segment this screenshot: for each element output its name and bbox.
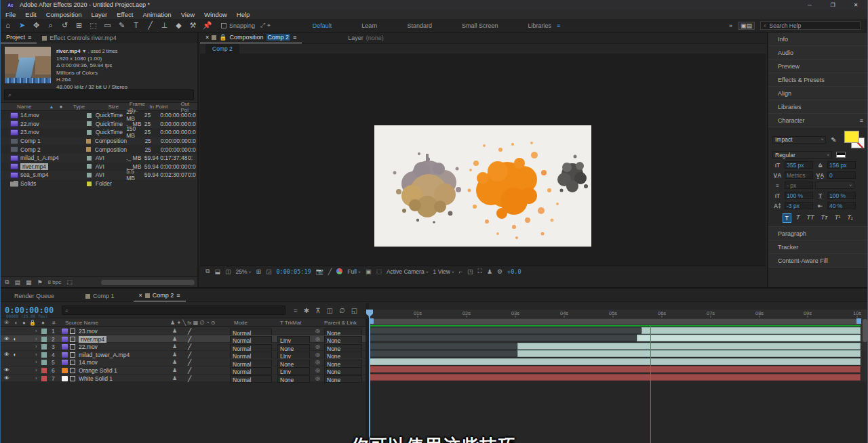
label-color[interactable] xyxy=(41,376,47,381)
pickwhip-icon[interactable]: ◎ xyxy=(315,375,320,381)
eye-icon[interactable]: 👁 xyxy=(4,336,9,342)
project-row[interactable]: › 23.mov QuickTime 150 MB 25 0:00:00:00 … xyxy=(1,128,197,137)
marker-line[interactable] xyxy=(650,325,651,443)
window-control-button[interactable]: ─ xyxy=(798,0,821,9)
label-color[interactable] xyxy=(87,130,92,135)
label-color[interactable] xyxy=(87,173,92,177)
new-folder-icon[interactable]: ▤ xyxy=(14,279,20,286)
timeline-button-icon[interactable]: ⛶ xyxy=(478,268,482,275)
faux-style-button[interactable]: T₁ xyxy=(845,213,854,223)
layer-name[interactable]: milad_tower_A.mp4 xyxy=(79,352,130,358)
composition-mini-flow-icon[interactable]: ≈ xyxy=(294,307,298,314)
layer-name[interactable]: river.mp4 xyxy=(79,336,106,343)
lock-icon[interactable]: 🔒 xyxy=(219,34,226,41)
label-color[interactable] xyxy=(41,344,47,350)
pickwhip-icon[interactable]: ◎ xyxy=(315,352,320,358)
tool-button[interactable]: ⚒ xyxy=(186,21,200,30)
layer-bar-row[interactable] xyxy=(369,350,868,358)
stroke-width-value[interactable]: - px xyxy=(785,182,813,189)
footage-thumbnail[interactable] xyxy=(5,47,51,83)
shy-switch[interactable]: ♟ xyxy=(172,343,177,350)
label-color[interactable] xyxy=(87,164,92,169)
eyedropper-icon[interactable]: ✎ xyxy=(831,136,836,144)
interpret-footage-icon[interactable]: ⧉ xyxy=(5,278,9,286)
frame-blending-icon[interactable]: ◫ xyxy=(326,307,332,314)
faux-style-button[interactable]: T¹ xyxy=(833,213,843,223)
baseline-shift-value[interactable]: -3 px xyxy=(785,202,813,209)
project-search-input[interactable]: ⌕ xyxy=(4,89,194,100)
tool-button[interactable]: ⌕ xyxy=(43,21,58,30)
tab-project[interactable]: Project≡ xyxy=(1,34,37,43)
pixel-aspect-icon[interactable]: ⌐ xyxy=(459,268,462,275)
expander-icon[interactable]: › xyxy=(35,343,37,350)
expander-icon[interactable]: › xyxy=(35,328,37,334)
menu-item[interactable]: Help xyxy=(232,11,255,18)
grid-guides-icon[interactable]: ⊞ xyxy=(256,268,261,275)
menu-item[interactable]: View xyxy=(176,11,199,18)
shy-switch[interactable]: ♟ xyxy=(172,336,177,342)
tool-button[interactable]: 📌 xyxy=(200,21,214,30)
faux-style-button[interactable]: T xyxy=(794,213,802,223)
tool-button[interactable]: ✥ xyxy=(29,21,43,30)
composition-canvas[interactable] xyxy=(374,125,591,247)
sidebar-panel[interactable]: Content-Aware Fill xyxy=(768,254,868,268)
layer-bar-row[interactable] xyxy=(369,358,868,366)
tool-button[interactable]: ▭ xyxy=(100,21,115,30)
search-help-input[interactable]: ⌕ Search Help xyxy=(760,21,861,30)
mini-flowchart-icon[interactable]: ◫ xyxy=(225,268,231,275)
view-layout-dropdown[interactable]: 1 View ˅ xyxy=(433,268,454,275)
layer-bar-row[interactable] xyxy=(369,342,868,350)
kerning-value[interactable]: Metrics xyxy=(785,171,813,179)
time-ruler[interactable]: 0s01s02s03s04s05s06s07s08s09s10s xyxy=(369,310,868,318)
layer-bar-row[interactable] xyxy=(369,366,868,374)
menu-item[interactable]: File xyxy=(1,11,20,18)
menu-item[interactable]: Effect xyxy=(112,11,138,18)
timeline-search-input[interactable]: ⌕ xyxy=(62,305,285,315)
transparency-grid-icon[interactable]: ⬚ xyxy=(376,268,382,275)
project-row[interactable]: › milad_t_A.mp4 AVI ._ MB 59.94 0:17:37:… xyxy=(1,154,197,163)
vertical-scale-value[interactable]: 100 % xyxy=(785,192,813,199)
project-row[interactable]: › 22.mov QuickTime ._ MB 25 0:00:00:00 0… xyxy=(1,120,197,129)
layer-row[interactable]: 👁 ◖ › 5 14.mov ♟ ╱ Normal˅ None˅ ◎ None˅ xyxy=(1,358,366,366)
sidebar-panel[interactable]: Tracker xyxy=(768,240,868,254)
faux-style-button[interactable]: T xyxy=(783,213,792,223)
sidebar-panel[interactable]: Paragraph xyxy=(768,227,868,240)
tool-button[interactable]: ✎ xyxy=(115,21,129,30)
font-size-value[interactable]: 355 px xyxy=(785,161,813,169)
quality-switch[interactable]: ╱ xyxy=(188,375,191,382)
label-color[interactable] xyxy=(41,352,47,358)
quality-switch[interactable]: ╱ xyxy=(188,336,191,343)
tool-button[interactable]: T xyxy=(129,21,143,30)
faux-style-button[interactable]: TT xyxy=(805,213,816,223)
tracking-value[interactable]: 0 xyxy=(827,171,856,179)
layer-bar-row[interactable] xyxy=(369,326,868,335)
layer-name[interactable]: Orange Solid 1 xyxy=(79,367,117,374)
tool-button[interactable]: ↺ xyxy=(58,21,72,30)
project-row[interactable]: › Comp 1 Composition 25 0:00:00:00 0:0 xyxy=(1,137,197,146)
tool-button[interactable]: ➤ xyxy=(15,21,29,30)
tool-button[interactable]: ⬚ xyxy=(86,21,100,30)
workspace-item[interactable]: Learn xyxy=(361,22,377,29)
layer-name[interactable]: 14.mov xyxy=(79,359,98,366)
project-hscrollbar[interactable] xyxy=(101,280,195,285)
show-channels-icon[interactable] xyxy=(336,268,342,274)
pickwhip-icon[interactable]: ◎ xyxy=(315,367,320,373)
audio-icon[interactable]: ◖ xyxy=(13,336,16,342)
workspace-item[interactable]: Default xyxy=(313,22,332,29)
label-color[interactable] xyxy=(41,360,47,365)
delete-icon[interactable]: ⬚ xyxy=(66,279,73,286)
tab-comp1[interactable]: Comp 1 xyxy=(80,293,120,301)
panel-menu-icon[interactable]: ≡ xyxy=(860,117,863,124)
layer-row[interactable]: 👁 ◖ › 4 milad_tower_A.mp4 ♟ ╱ Normal˅ LI… xyxy=(1,351,366,359)
audio-icon[interactable]: ◖ xyxy=(13,352,16,358)
zoom-level-dropdown[interactable]: 25% ˅ xyxy=(235,268,251,275)
menu-item[interactable]: Window xyxy=(199,11,232,18)
font-style-dropdown[interactable]: Regular˅ xyxy=(772,151,832,159)
pickwhip-icon[interactable]: ◎ xyxy=(315,359,320,365)
tool-button[interactable]: ╱ xyxy=(143,21,157,30)
window-control-button[interactable]: ❐ xyxy=(821,0,844,9)
tool-button[interactable]: ⌂ xyxy=(1,21,15,30)
track-vscrollbar[interactable] xyxy=(861,310,868,350)
bit-depth[interactable]: 8 bpc xyxy=(48,279,62,285)
expander-icon[interactable]: › xyxy=(35,375,37,381)
